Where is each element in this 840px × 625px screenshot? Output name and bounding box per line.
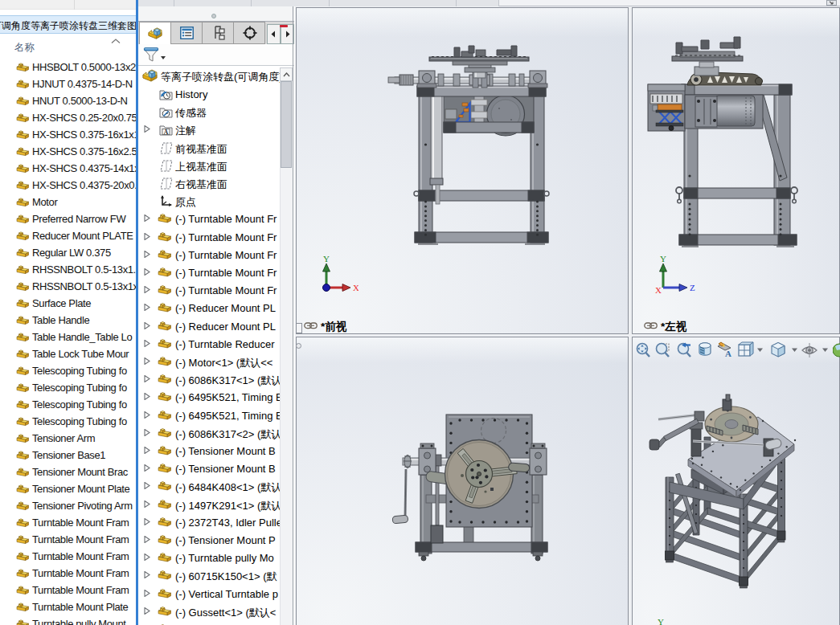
svg-text:Y: Y: [660, 254, 666, 263]
svg-text:Z: Z: [690, 283, 695, 292]
svg-text:X: X: [655, 285, 662, 295]
svg-text:Y: Y: [323, 254, 330, 263]
svg-text:X: X: [353, 283, 359, 292]
svg-text:A: A: [164, 129, 169, 136]
svg-text:A: A: [725, 349, 731, 358]
